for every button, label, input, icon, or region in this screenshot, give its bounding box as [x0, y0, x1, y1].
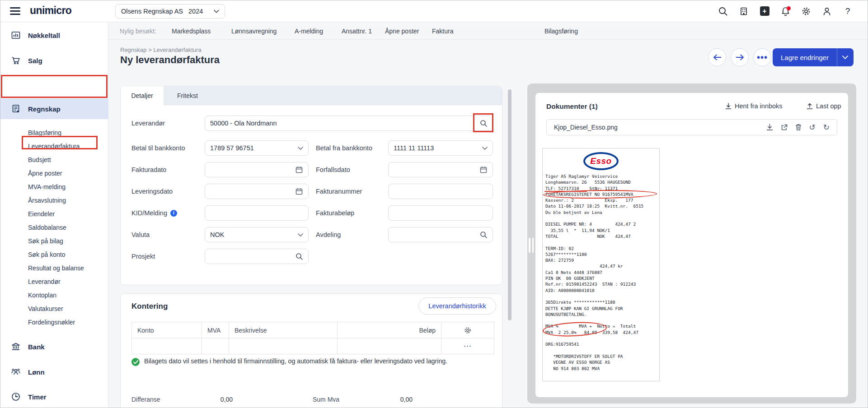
help-icon[interactable]: ? [842, 5, 854, 17]
sidebar-item-fordelingsnokler[interactable]: Fordelingsnøkler [28, 319, 75, 326]
differanse-value: 0,00 [199, 396, 233, 403]
sidebar-item-valutakurser[interactable]: Valutakurser [28, 305, 63, 312]
info-icon[interactable]: i [170, 210, 177, 217]
sidebar-item-nokkeltall[interactable]: Nøkkeltall [0, 25, 108, 45]
sidebar-item-timer[interactable]: Timer [0, 387, 108, 407]
ledger-icon [11, 104, 21, 114]
tab-detaljer[interactable]: Detaljer [121, 86, 164, 105]
arrow-right-icon [736, 54, 744, 60]
prosjekt-input[interactable] [205, 249, 309, 264]
sidebar-item-salg[interactable]: Salg [0, 51, 108, 70]
document-file-row[interactable]: Kjop_Diesel_Esso.png ↺ ↻ [546, 119, 837, 135]
open-external-icon[interactable] [781, 124, 788, 131]
sidebar-item-resultat-og-balanse[interactable]: Resultat og balanse [28, 264, 84, 272]
sidebar: Nøkkeltall Salg Regnskap Bilagsføring Le… [0, 22, 108, 408]
calendar-icon[interactable] [479, 166, 488, 174]
search-icon[interactable] [480, 120, 488, 127]
tab-ansattnr-1[interactable]: Ansattnr. 1 [342, 22, 372, 40]
more-actions-button[interactable]: ••• [753, 48, 771, 66]
avdeling-input[interactable] [388, 227, 493, 242]
notification-badge [787, 6, 791, 10]
supplier-history-button[interactable]: Leverandørhistorikk [418, 297, 496, 315]
tab-a-melding[interactable]: A-melding [295, 22, 323, 40]
sidebar-item-leverandor[interactable]: Leverandør [28, 278, 61, 285]
table-row[interactable]: ⋯ [132, 338, 494, 354]
sidebar-item-leverandorfaktura[interactable]: Leverandørfaktura [28, 143, 80, 150]
sidebar-item-sok-pa-konto[interactable]: Søk på konto [28, 251, 66, 258]
betal-til-bankkonto-label: Betal til bankkonto [131, 140, 185, 156]
upload-icon [807, 103, 813, 110]
document-filename: Kjop_Diesel_Esso.png [554, 124, 618, 131]
profile-icon[interactable] [821, 5, 833, 17]
fakturabelop-input[interactable] [388, 205, 493, 221]
people-icon [11, 367, 21, 377]
sidebar-item-eiendeler[interactable]: Eiendeler [28, 210, 55, 218]
search-icon[interactable] [296, 253, 303, 260]
forward-button[interactable] [731, 48, 749, 66]
calendar-icon[interactable] [295, 187, 303, 195]
sidebar-item-bilagsforing[interactable]: Bilagsføring [28, 129, 61, 136]
tab-markedsplass[interactable]: Markedsplass [172, 22, 211, 40]
cell-belop[interactable] [338, 338, 441, 354]
sidebar-item-mva-melding[interactable]: MVA-melding [28, 183, 66, 190]
sidebar-item-budsjett[interactable]: Budsjett [28, 156, 51, 163]
leverandor-input[interactable]: 50000 - Ola Nordmann [205, 116, 493, 131]
save-dropdown-button[interactable] [837, 48, 854, 66]
back-button[interactable] [708, 48, 726, 66]
vertical-scrollbar-thumb[interactable] [508, 89, 511, 320]
row-more-button[interactable]: ⋯ [441, 338, 494, 354]
fakturanummer-label: Fakturanummer [316, 184, 362, 199]
topbar: unimicro Olsens Regnskap AS 2024 + ? [0, 0, 868, 22]
leveringsdato-input[interactable] [205, 184, 309, 199]
gear-icon[interactable] [464, 326, 472, 334]
sidebar-item-lonn[interactable]: Lønn [0, 362, 108, 382]
upload-link[interactable]: Last opp [807, 102, 841, 110]
sidebar-item-arsavslutning[interactable]: Årsavslutning [28, 197, 66, 204]
sidebar-item-saldobalanse[interactable]: Saldobalanse [28, 224, 66, 231]
table-header-row: Konto MVA Beskrivelse Beløp [132, 322, 494, 338]
rotate-right-icon[interactable]: ↻ [823, 124, 830, 131]
betal-fra-bankkonto-select[interactable]: 1111 11 11113 [388, 140, 493, 156]
documents-card: Dokumenter (1) Hent fra innboks Last opp… [535, 93, 848, 397]
cell-beskrivelse[interactable] [229, 338, 338, 354]
sidebar-item-sok-pa-bilag[interactable]: Søk på bilag [28, 237, 63, 245]
company-selector[interactable]: Olsens Regnskap AS 2024 [115, 4, 225, 19]
tab-faktura[interactable]: Faktura [432, 22, 453, 40]
betal-til-bankkonto-select[interactable]: 1789 57 96751 [205, 140, 309, 156]
search-icon[interactable] [480, 231, 488, 239]
calendar-icon[interactable] [295, 166, 303, 174]
fetch-from-inbox-link[interactable]: Hent fra innboks [725, 102, 783, 110]
tab-apne-poster[interactable]: Åpne poster [385, 22, 419, 40]
fakturadato-input[interactable] [205, 162, 309, 177]
breadcrumb-regnskap[interactable]: Regnskap [120, 46, 147, 53]
cell-mva[interactable] [202, 338, 229, 354]
invoice-details-card: Detaljer Fritekst Leverandør 50000 - Ola… [120, 86, 502, 285]
tab-fritekst[interactable]: Fritekst [164, 86, 211, 105]
sidebar-item-regnskap[interactable]: Regnskap [0, 98, 108, 119]
search-icon[interactable] [717, 5, 729, 17]
panel-resize-handle[interactable] [529, 238, 535, 253]
sidebar-item-kontoplan[interactable]: Kontoplan [28, 292, 56, 299]
tab-bilagsforing[interactable]: Bilagsføring [544, 22, 578, 40]
sidebar-item-bank[interactable]: Bank [0, 337, 108, 357]
forfallsdato-input[interactable] [388, 162, 493, 177]
details-tab-bar: Detaljer Fritekst [121, 86, 502, 105]
fakturanummer-input[interactable] [388, 184, 493, 199]
prosjekt-label: Prosjekt [131, 249, 155, 264]
delete-file-icon[interactable] [795, 124, 802, 131]
settings-gear-icon[interactable] [800, 5, 812, 17]
save-changes-button[interactable]: Lagre endringer [773, 48, 837, 66]
company-year: 2024 [188, 8, 203, 15]
valuta-select[interactable]: NOK [205, 227, 309, 242]
download-file-icon[interactable] [766, 124, 773, 131]
breadcrumb-leverandorfaktura[interactable]: Leverandørfaktura [153, 46, 201, 53]
rotate-left-icon[interactable]: ↺ [809, 124, 816, 131]
organizations-icon[interactable] [738, 5, 750, 17]
notifications-bell-icon[interactable] [779, 5, 791, 17]
create-new-icon[interactable]: + [759, 5, 770, 17]
kid-melding-input[interactable] [205, 205, 309, 221]
hamburger-menu-icon[interactable] [10, 7, 20, 15]
tab-lonnsavregning[interactable]: Lønnsavregning [231, 22, 277, 40]
sidebar-item-apne-poster[interactable]: Åpne poster [28, 170, 62, 177]
cell-konto[interactable] [132, 338, 202, 354]
